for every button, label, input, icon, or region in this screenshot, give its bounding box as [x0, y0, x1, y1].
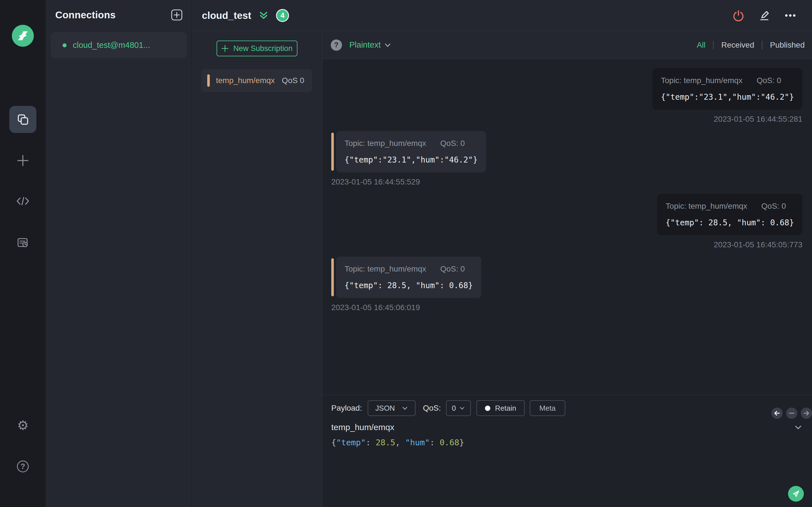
more-options-button[interactable]	[784, 9, 797, 22]
connection-status-dot	[63, 43, 66, 47]
connection-header: cloud_test 4	[192, 0, 812, 31]
filter-published[interactable]: Published	[770, 41, 805, 50]
message-qos: QoS: 0	[756, 76, 781, 85]
history-next-button[interactable]	[801, 407, 812, 419]
plus-square-icon	[171, 9, 183, 21]
mqttx-app: ⚙ ? Connections cloud_test@m4801...	[0, 0, 812, 507]
message-list[interactable]: Topic: temp_hum/emqx QoS: 0 {"temp":"23.…	[322, 59, 812, 395]
arrow-right-icon	[803, 410, 810, 416]
collapse-editor-icon[interactable]	[794, 423, 802, 432]
retain-toggle[interactable]: Retain	[476, 400, 525, 416]
message-accent-bar	[331, 258, 334, 296]
history-pager	[771, 407, 812, 419]
connection-name: cloud_test@m4801...	[73, 41, 150, 50]
edit-connection-button[interactable]	[758, 9, 771, 22]
message-received: Topic: temp_hum/emqx QoS: 0 {"temp": 28.…	[331, 257, 802, 312]
new-subscription-button[interactable]: New Subscription	[216, 41, 297, 56]
connections-panel: Connections cloud_test@m4801...	[46, 0, 192, 507]
payload-editor[interactable]: {"temp": 28.5, "hum": 0.68}	[331, 438, 802, 507]
message-timestamp: 2023-01-05 16:44:55:281	[714, 115, 803, 124]
publish-panel: Payload: JSON QoS: 0	[322, 395, 812, 507]
header-actions	[732, 9, 797, 22]
message-topic: Topic: temp_hum/emqx	[345, 139, 426, 148]
nav-new-connection[interactable]	[9, 148, 36, 173]
payload-mode-help-icon[interactable]: ?	[331, 40, 342, 51]
ellipsis-icon	[784, 9, 797, 22]
subscription-color-bar	[207, 74, 210, 87]
connections-header: Connections	[51, 9, 187, 21]
collapse-panel-icon[interactable]	[259, 10, 269, 20]
message-topic: Topic: temp_hum/emqx	[345, 265, 426, 274]
qos-label: QoS:	[423, 404, 441, 413]
message-payload: {"temp":"23.1","hum":"46.2"}	[345, 155, 477, 165]
subscriptions-column: New Subscription temp_hum/emqx QoS 0	[192, 31, 322, 507]
connections-icon	[16, 113, 29, 126]
nav-log[interactable]	[9, 230, 36, 256]
message-topic: Topic: temp_hum/emqx	[661, 76, 742, 85]
left-icon-rail: ⚙ ?	[0, 0, 46, 507]
qos-select[interactable]: 0	[446, 400, 471, 416]
message-qos: QoS: 0	[440, 139, 465, 148]
subscription-count-badge[interactable]: 4	[276, 9, 289, 22]
message-bubble[interactable]: Topic: temp_hum/emqx QoS: 0 {"temp": 28.…	[336, 257, 481, 298]
messages-toolbar: ? Plaintext All Received Published	[322, 31, 812, 59]
subscription-topic: temp_hum/emqx	[216, 76, 275, 85]
message-published: Topic: temp_hum/emqx QoS: 0 {"temp":"23.…	[331, 68, 802, 124]
message-qos: QoS: 0	[440, 265, 465, 274]
topic-input-row: temp_hum/emqx	[331, 421, 802, 434]
message-filters: All Received Published	[697, 41, 805, 50]
topic-input[interactable]: temp_hum/emqx	[331, 422, 794, 432]
message-timestamp: 2023-01-05 16:44:55:529	[331, 177, 420, 186]
message-timestamp: 2023-01-05 16:45:05:773	[714, 240, 803, 249]
code-icon	[16, 195, 30, 207]
minus-icon	[788, 410, 795, 416]
nav-connections[interactable]	[9, 106, 36, 133]
message-published: Topic: temp_hum/emqx QoS: 0 {"temp": 28.…	[331, 194, 802, 249]
payload-type-select[interactable]: JSON	[368, 400, 416, 416]
history-clear-button[interactable]	[786, 407, 797, 419]
help-icon: ?	[17, 460, 29, 472]
message-bubble[interactable]: Topic: temp_hum/emqx QoS: 0 {"temp":"23.…	[336, 131, 486, 172]
power-icon	[732, 9, 745, 22]
send-button[interactable]	[788, 486, 804, 502]
plus-icon	[16, 154, 29, 167]
message-payload: {"temp": 28.5, "hum": 0.68}	[666, 218, 794, 227]
message-payload: {"temp": 28.5, "hum": 0.68}	[345, 281, 473, 290]
add-connection-button[interactable]	[171, 9, 183, 21]
chevron-down-icon[interactable]	[384, 41, 391, 49]
message-bubble[interactable]: Topic: temp_hum/emqx QoS: 0 {"temp": 28.…	[657, 194, 802, 235]
connections-title: Connections	[55, 9, 116, 20]
connection-list-item[interactable]: cloud_test@m4801...	[51, 32, 187, 58]
disconnect-button[interactable]	[732, 9, 745, 22]
mqttx-logo	[12, 25, 34, 47]
message-topic: Topic: temp_hum/emqx	[666, 202, 747, 211]
nav-help[interactable]: ?	[9, 453, 36, 480]
payload-label: Payload:	[331, 404, 362, 413]
meta-button[interactable]: Meta	[530, 400, 565, 416]
subscription-qos: QoS 0	[282, 76, 304, 85]
message-accent-bar	[331, 133, 334, 171]
log-icon	[16, 236, 29, 249]
message-received: Topic: temp_hum/emqx QoS: 0 {"temp":"23.…	[331, 131, 802, 186]
arrow-left-icon	[774, 410, 780, 416]
edit-pencil-icon	[758, 9, 771, 22]
filter-all[interactable]: All	[697, 41, 705, 50]
messages-column: ? Plaintext All Received Published	[322, 31, 812, 507]
subscription-item[interactable]: temp_hum/emqx QoS 0	[201, 69, 312, 92]
chevron-down-icon	[402, 405, 408, 411]
chevron-down-icon	[459, 405, 465, 411]
gear-icon: ⚙	[17, 419, 29, 432]
payload-mode-select[interactable]: Plaintext	[349, 40, 380, 50]
nav-settings[interactable]: ⚙	[9, 412, 36, 438]
connection-title: cloud_test	[202, 10, 251, 21]
nav-script[interactable]	[9, 188, 36, 214]
publish-toolbar: Payload: JSON QoS: 0	[331, 400, 802, 416]
retain-dot-icon	[485, 406, 490, 411]
main-area: cloud_test 4	[192, 0, 812, 507]
message-bubble[interactable]: Topic: temp_hum/emqx QoS: 0 {"temp":"23.…	[652, 68, 802, 110]
message-payload: {"temp":"23.1","hum":"46.2"}	[661, 93, 794, 102]
history-prev-button[interactable]	[771, 407, 783, 419]
plus-icon	[221, 45, 229, 52]
message-qos: QoS: 0	[761, 202, 786, 211]
filter-received[interactable]: Received	[721, 41, 754, 50]
